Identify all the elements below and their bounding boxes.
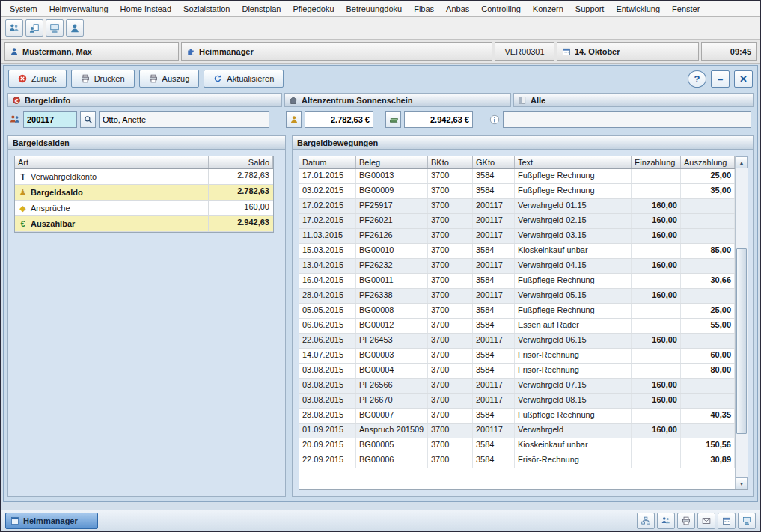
- status-workstation-button[interactable]: [738, 513, 756, 529]
- scroll-down-icon[interactable]: ▼: [736, 477, 748, 489]
- resident-number-input[interactable]: [23, 111, 77, 128]
- task-button-heimmanager[interactable]: Heimmanager: [5, 513, 98, 529]
- cell-beleg: PF25917: [356, 199, 428, 213]
- contact-icon-button[interactable]: [66, 19, 84, 37]
- menu-item[interactable]: Dienstplan: [236, 3, 287, 15]
- table-row[interactable]: 17.02.2015 PF26021 3700 200117 Verwahrge…: [299, 214, 735, 229]
- statement-button[interactable]: Auszug: [139, 70, 200, 88]
- cell-datum: 17.02.2015: [299, 199, 356, 213]
- table-row[interactable]: 03.08.2015 PF26566 3700 200117 Verwahrge…: [299, 379, 735, 394]
- cell-datum: 06.06.2015: [299, 319, 356, 333]
- workstation-icon-button[interactable]: [46, 19, 64, 37]
- app-window: System Heimverwaltung Home Instead Sozia…: [0, 0, 761, 532]
- column-header-text[interactable]: Text: [515, 156, 632, 168]
- menu-item[interactable]: Home Instead: [114, 3, 178, 15]
- cell-text: Frisör-Rechnung: [515, 453, 632, 468]
- column-header-saldo[interactable]: Saldo: [209, 156, 273, 168]
- vertical-scrollbar[interactable]: ▲ ▼: [735, 156, 748, 489]
- column-header-gkto[interactable]: GKto: [473, 156, 515, 168]
- record-id: VER00301: [504, 47, 544, 56]
- table-row[interactable]: 03.08.2015 PF26670 3700 200117 Verwahrge…: [299, 394, 735, 409]
- table-row[interactable]: Verwahrgeldkonto 2.782,63: [15, 169, 273, 185]
- cell-beleg: BG00008: [356, 304, 428, 318]
- menu-item[interactable]: Anbas: [440, 3, 475, 15]
- menu-item[interactable]: Pflegedoku: [287, 3, 340, 15]
- table-row[interactable]: Ansprüche 160,00: [15, 201, 273, 216]
- refresh-button[interactable]: Aktualisieren: [204, 70, 284, 88]
- menu-item[interactable]: System: [4, 3, 43, 15]
- menu-item[interactable]: Betreuungdoku: [340, 3, 409, 15]
- cell-beleg: PF26021: [356, 214, 428, 228]
- search-button[interactable]: [80, 111, 96, 128]
- close-button[interactable]: ✕: [734, 70, 753, 88]
- menu-item[interactable]: Fenster: [666, 3, 706, 15]
- table-row[interactable]: 03.08.2015 BG00004 3700 3584 Frisör-Rech…: [299, 364, 735, 379]
- document-icon: [518, 96, 527, 105]
- table-row[interactable]: Bargeldsaldo 2.782,63: [15, 185, 273, 201]
- status-users-button[interactable]: [657, 513, 675, 529]
- menu-item[interactable]: Fibas: [408, 3, 440, 15]
- record-icon-button[interactable]: [25, 19, 43, 37]
- scrollbar-track[interactable]: [736, 168, 748, 477]
- cell-auszahlung: 80,00: [681, 364, 735, 378]
- cell-text: Verwahrgeld: [515, 424, 632, 438]
- table-row[interactable]: 05.05.2015 BG00008 3700 3584 Fußpflege R…: [299, 304, 735, 319]
- table-row[interactable]: 20.09.2015 BG00005 3700 3584 Kioskeinkau…: [299, 438, 735, 453]
- status-mail-button[interactable]: [697, 513, 715, 529]
- column-header-einzahlung[interactable]: Einzahlung: [632, 156, 681, 168]
- minimize-button[interactable]: –: [711, 70, 730, 88]
- cell-datum: 17.01.2015: [299, 169, 356, 183]
- scrollbar-thumb[interactable]: [736, 248, 747, 434]
- table-row[interactable]: 28.04.2015 PF26338 3700 200117 Verwahrge…: [299, 289, 735, 304]
- table-row[interactable]: 28.08.2015 BG00007 3700 3584 Fußpflege R…: [299, 409, 735, 424]
- cell-gkto: 200117: [473, 259, 515, 273]
- menu-item[interactable]: Konzern: [527, 3, 569, 15]
- menu-item[interactable]: Heimverwaltung: [43, 3, 114, 15]
- cell-bkto: 3700: [428, 319, 473, 333]
- menu-item[interactable]: Controlling: [475, 3, 527, 15]
- table-row[interactable]: 22.09.2015 BG00006 3700 3584 Frisör-Rech…: [299, 453, 735, 468]
- help-button[interactable]: ?: [688, 70, 706, 88]
- table-row[interactable]: 03.02.2015 BG00009 3700 3584 Fußpflege R…: [299, 184, 735, 199]
- table-row[interactable]: 13.04.2015 PF26232 3700 200117 Verwahrge…: [299, 259, 735, 274]
- cell-einzahlung: [632, 364, 681, 378]
- scroll-up-icon[interactable]: ▲: [736, 156, 748, 168]
- status-structure-button[interactable]: [637, 513, 655, 529]
- table-row[interactable]: Auszahlbar 2.942,63: [15, 216, 273, 232]
- menu-item[interactable]: Support: [569, 3, 611, 15]
- cell-auszahlung: 55,00: [681, 319, 735, 333]
- column-header-art[interactable]: Art: [15, 156, 209, 168]
- payout-button[interactable]: [385, 111, 401, 128]
- print-button[interactable]: Drucken: [71, 70, 135, 88]
- column-header-datum[interactable]: Datum: [299, 156, 356, 168]
- table-row[interactable]: 14.07.2015 BG00003 3700 3584 Frisör-Rech…: [299, 349, 735, 364]
- table-row[interactable]: 01.09.2015 Anspruch 201509 3700 200117 V…: [299, 424, 735, 438]
- cell-bkto: 3700: [428, 424, 473, 438]
- table-row[interactable]: 17.01.2015 BG00013 3700 3584 Fußpflege R…: [299, 169, 735, 184]
- table-row[interactable]: 15.03.2015 BG00010 3700 3584 Kioskeinkau…: [299, 244, 735, 259]
- status-calendar-button[interactable]: [718, 513, 736, 529]
- table-row[interactable]: 16.04.2015 BG00011 3700 3584 Fußpflege R…: [299, 274, 735, 289]
- table-row[interactable]: 06.06.2015 BG00012 3700 3584 Essen auf R…: [299, 319, 735, 334]
- column-header-bkto[interactable]: BKto: [428, 156, 473, 168]
- cell-beleg: BG00013: [356, 169, 428, 183]
- cell-datum: 16.04.2015: [299, 274, 356, 288]
- table-row[interactable]: 11.03.2015 PF26126 3700 200117 Verwahrge…: [299, 229, 735, 244]
- menu-item[interactable]: Sozialstation: [177, 3, 236, 15]
- balance-type: Bargeldsaldo: [31, 188, 83, 197]
- table-row[interactable]: 22.06.2015 PF26453 3700 200117 Verwahrge…: [299, 334, 735, 349]
- clients-icon-button[interactable]: [5, 19, 23, 37]
- info-note-field[interactable]: [503, 111, 751, 128]
- status-print-button[interactable]: [677, 513, 695, 529]
- cell-datum: 28.04.2015: [299, 289, 356, 303]
- cell-gkto: 3584: [473, 304, 515, 318]
- resident-name-field[interactable]: [99, 111, 269, 128]
- back-button[interactable]: Zurück: [8, 70, 67, 88]
- cash-balance-button[interactable]: [286, 111, 302, 128]
- table-row[interactable]: 17.02.2015 PF25917 3700 200117 Verwahrge…: [299, 199, 735, 214]
- column-header-auszahlung[interactable]: Auszahlung: [681, 156, 735, 168]
- column-header-beleg[interactable]: Beleg: [356, 156, 428, 168]
- monitor-icon: [49, 23, 60, 34]
- cell-text: Kioskeinkauf unbar: [515, 438, 632, 453]
- menu-item[interactable]: Entwicklung: [610, 3, 666, 15]
